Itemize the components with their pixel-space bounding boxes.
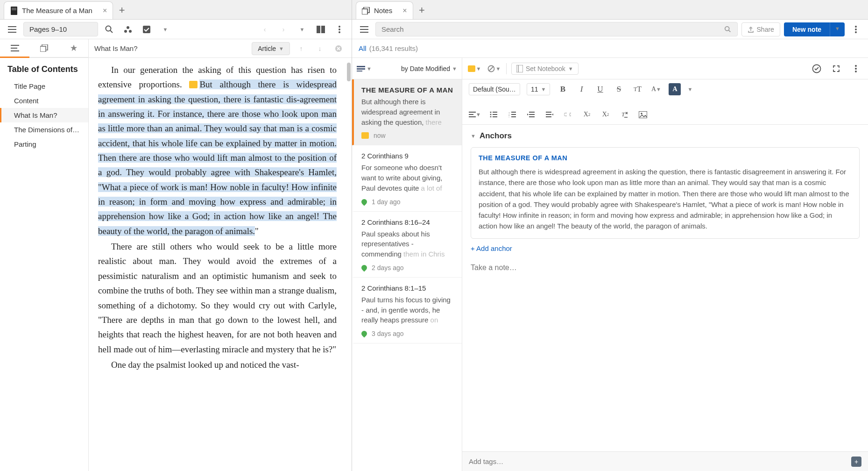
nav-forward-icon[interactable]: › xyxy=(276,22,291,37)
kebab-icon[interactable] xyxy=(848,22,863,37)
svg-line-37 xyxy=(489,66,494,71)
add-tab-button[interactable]: + xyxy=(113,1,131,19)
expand-icon[interactable] xyxy=(829,61,844,76)
svg-point-16 xyxy=(339,31,340,33)
bold-button[interactable]: B xyxy=(557,83,569,95)
tab-title: Notes xyxy=(374,7,392,14)
note-list-item[interactable]: 2 Corinthians 8:16–24Paul speaks about h… xyxy=(352,212,462,278)
search-field[interactable] xyxy=(381,25,724,33)
note-body-input[interactable] xyxy=(471,261,860,275)
favorites-tab-icon[interactable] xyxy=(59,39,88,57)
svg-rect-38 xyxy=(516,65,523,72)
add-tag-button[interactable]: + xyxy=(851,457,861,467)
page-indicator[interactable]: Pages 9–10 xyxy=(23,22,98,36)
share-button[interactable]: Share xyxy=(741,22,780,36)
toc-item[interactable]: Parting xyxy=(0,137,88,151)
search-input[interactable] xyxy=(375,22,738,36)
copies-tab-icon[interactable] xyxy=(29,39,59,57)
nav-back-icon[interactable]: ‹ xyxy=(257,22,272,37)
svg-rect-58 xyxy=(511,116,516,117)
font-size-select[interactable]: 11▼ xyxy=(527,83,550,95)
note-list-item[interactable]: 2 Corinthians 8:1–15Paul turns his focus… xyxy=(352,278,462,343)
toc-item[interactable]: The Dimensions of a… xyxy=(0,122,88,137)
highlighted-text[interactable]: But although there is widespread agreeme… xyxy=(98,79,337,236)
close-icon[interactable]: × xyxy=(103,7,107,15)
svg-line-7 xyxy=(110,30,113,33)
toc-item[interactable]: Content xyxy=(0,93,88,108)
tab-notes[interactable]: Notes × xyxy=(356,1,413,19)
note-green-icon xyxy=(360,330,368,338)
arrow-down-icon[interactable]: ↓ xyxy=(312,41,327,56)
new-note-dropdown[interactable]: ▼ xyxy=(830,22,845,36)
svg-point-42 xyxy=(855,68,857,70)
menu-icon[interactable] xyxy=(357,22,372,37)
svg-rect-44 xyxy=(469,112,476,113)
search-icon[interactable] xyxy=(102,22,117,37)
note-color-icon[interactable]: ▼ xyxy=(467,61,482,76)
note-ref: 2 Corinthians 8:16–24 xyxy=(361,218,454,226)
set-notebook-button[interactable]: Set Notebook▼ xyxy=(511,63,579,75)
underline-button[interactable]: U xyxy=(594,83,606,95)
note-marker-icon[interactable] xyxy=(189,81,198,88)
note-green-icon xyxy=(360,264,368,271)
clear-filter-icon[interactable]: ▼ xyxy=(487,61,501,76)
anchors-header[interactable]: ▼Anchors xyxy=(471,131,860,141)
anchor-card[interactable]: THE MEASURE OF A MAN But although there … xyxy=(471,147,860,239)
clear-format-icon[interactable]: T xyxy=(618,108,630,121)
highlight-color-button[interactable]: A xyxy=(669,83,681,95)
new-note-button[interactable]: New note xyxy=(784,22,830,36)
tags-input[interactable] xyxy=(469,457,851,465)
kebab-icon[interactable] xyxy=(332,22,347,37)
toc-item[interactable]: Title Page xyxy=(0,79,88,93)
tab-book[interactable]: The Measure of a Man × xyxy=(4,1,113,19)
image-icon[interactable] xyxy=(637,108,649,121)
bullet-list-icon[interactable] xyxy=(487,108,500,121)
menu-icon[interactable] xyxy=(5,22,20,37)
strike-button[interactable]: S xyxy=(613,83,625,95)
svg-rect-27 xyxy=(360,32,368,33)
toc-item[interactable]: What Is Man? xyxy=(0,108,88,122)
svg-rect-54 xyxy=(511,112,516,113)
reader: What Is Man? Article▼ ↑ ↓ In our generat… xyxy=(89,39,352,471)
reader-heading: What Is Man? xyxy=(94,44,248,52)
indent-icon[interactable] xyxy=(543,108,556,121)
checkbox-icon[interactable] xyxy=(139,22,154,37)
note-list-item[interactable]: 2 Corinthians 9For someone who doesn't w… xyxy=(352,145,462,211)
svg-line-29 xyxy=(728,30,730,32)
split-view-icon[interactable] xyxy=(313,22,328,37)
text-color-button[interactable]: A▼ xyxy=(650,83,662,95)
sort-dropdown[interactable]: by Date Modified▼ xyxy=(401,65,457,72)
align-icon[interactable]: ▼ xyxy=(469,108,481,121)
article-dropdown[interactable]: Article▼ xyxy=(252,42,290,55)
toc-tab-icon[interactable] xyxy=(0,39,29,57)
close-panel-icon[interactable] xyxy=(331,41,346,56)
outdent-icon[interactable] xyxy=(525,108,537,121)
add-anchor-button[interactable]: + Add anchor xyxy=(471,244,512,252)
note-list-item[interactable]: THE MEASURE OF A MANBut although there i… xyxy=(352,79,462,145)
add-tab-button[interactable]: + xyxy=(413,1,431,19)
list-view-icon[interactable]: ▼ xyxy=(357,61,372,76)
textsize-icon[interactable]: TT xyxy=(631,83,643,95)
link-icon[interactable] xyxy=(562,108,574,121)
svg-point-28 xyxy=(725,26,729,30)
related-icon[interactable] xyxy=(120,22,135,37)
svg-point-15 xyxy=(339,29,340,30)
italic-button[interactable]: I xyxy=(575,83,587,95)
svg-rect-3 xyxy=(8,26,16,27)
reader-body[interactable]: In our generation the asking of this que… xyxy=(89,58,352,471)
arrow-up-icon[interactable]: ↑ xyxy=(294,41,309,56)
font-family-select[interactable]: Default (Sou…▼ xyxy=(469,83,520,95)
superscript-icon[interactable]: X2 xyxy=(600,108,612,121)
subscript-icon[interactable]: X2 xyxy=(581,108,593,121)
chevron-down-icon[interactable]: ▼ xyxy=(158,22,173,37)
kebab-icon[interactable] xyxy=(848,61,863,76)
close-icon[interactable]: × xyxy=(402,7,407,15)
svg-point-43 xyxy=(855,71,857,72)
svg-point-30 xyxy=(855,26,857,28)
svg-rect-35 xyxy=(357,71,362,71)
filter-all[interactable]: All xyxy=(359,44,367,52)
number-list-icon[interactable]: 123 xyxy=(506,108,518,121)
check-circle-icon[interactable] xyxy=(809,61,824,76)
nav-dropdown-icon[interactable]: ▼ xyxy=(295,22,310,37)
scrollbar[interactable] xyxy=(347,63,351,81)
